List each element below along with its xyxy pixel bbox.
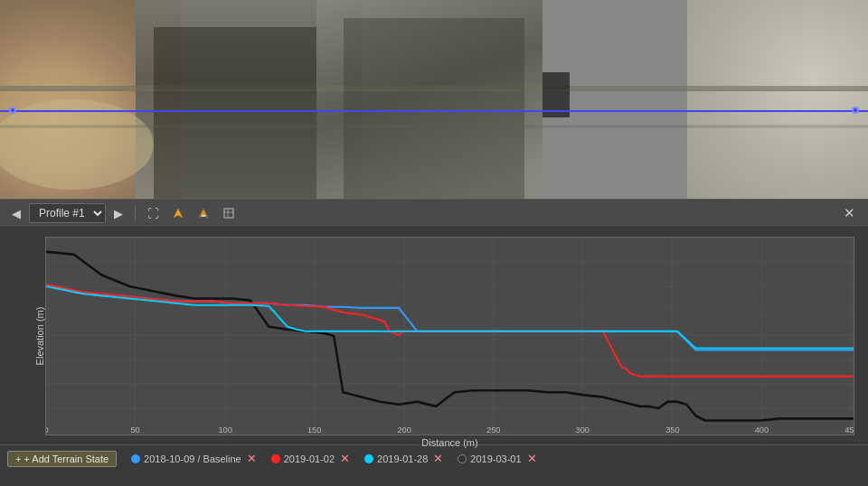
legend-dot-2019-03-01 <box>458 454 467 463</box>
svg-marker-6 <box>174 209 183 218</box>
legend-remove-2019-03-01[interactable]: ✕ <box>527 452 537 465</box>
expand-button[interactable]: ⛶ <box>143 204 164 223</box>
y-axis-title: Elevation (m) <box>34 307 45 366</box>
toolbar: ◀ Profile #1 Profile #2 Profile #3 ▶ ⛶ ✕ <box>0 199 868 228</box>
export1-button[interactable] <box>193 204 214 222</box>
terrain-right <box>687 0 868 199</box>
legend-item-2019-01-28: 2019-01-28 ✕ <box>364 452 443 465</box>
svg-text:50: 50 <box>130 425 139 435</box>
legend-dot-2019-01-28 <box>364 454 373 463</box>
chart-line-2019-01-02 <box>46 285 854 377</box>
legend-label-2019-01-28: 2019-01-28 <box>377 453 428 464</box>
legend-label-2019-03-01: 2019-03-01 <box>470 453 521 464</box>
chart-svg: 0 50 100 150 200 250 300 350 400 450 <box>46 238 854 435</box>
legend-item-2019-01-02: 2019-01-02 ✕ <box>271 452 350 465</box>
chart-inner: 0 50 100 150 200 250 300 350 400 450 <box>45 237 854 435</box>
profile-endpoint-right <box>852 107 859 114</box>
terrain-center <box>316 0 542 199</box>
export2-icon <box>222 207 235 220</box>
fly-button[interactable] <box>167 204 189 222</box>
export1-icon <box>197 207 210 220</box>
road-horizontal <box>0 86 868 91</box>
plus-icon: + <box>15 453 21 464</box>
chart-line-2019-03-01 <box>46 252 854 421</box>
svg-text:250: 250 <box>486 425 500 435</box>
svg-text:100: 100 <box>218 425 231 435</box>
legend-item-2019-03-01: 2019-03-01 ✕ <box>458 452 536 465</box>
legend-label-2019-01-02: 2019-01-02 <box>284 453 335 464</box>
x-axis-title: Distance (m) <box>45 437 854 448</box>
svg-text:300: 300 <box>576 425 590 435</box>
legend-remove-baseline[interactable]: ✕ <box>247 452 257 465</box>
legend-item-baseline: 2018-10-09 / Baseline ✕ <box>131 452 257 465</box>
legend-remove-2019-01-02[interactable]: ✕ <box>340 452 350 465</box>
toolbar-separator-1 <box>135 205 136 221</box>
svg-text:350: 350 <box>665 425 679 435</box>
aerial-view <box>0 0 868 199</box>
close-button[interactable]: ✕ <box>838 202 861 224</box>
svg-rect-9 <box>224 209 233 218</box>
profile-dropdown[interactable]: Profile #1 Profile #2 Profile #3 <box>29 203 106 223</box>
svg-text:150: 150 <box>307 425 321 435</box>
legend-dot-2019-01-02 <box>271 454 280 463</box>
legend-label-baseline: 2018-10-09 / Baseline <box>144 453 241 464</box>
svg-text:200: 200 <box>397 425 410 435</box>
chart-container: Elevation (m) 680 670 660 650 640 630 62… <box>0 228 868 444</box>
profile-line <box>0 110 868 112</box>
svg-text:0: 0 <box>46 425 49 435</box>
profile-endpoint-left <box>9 107 16 114</box>
legend-remove-2019-01-28[interactable]: ✕ <box>433 452 443 465</box>
add-terrain-button[interactable]: + + Add Terrain State <box>7 451 117 467</box>
svg-text:400: 400 <box>755 425 769 435</box>
export2-button[interactable] <box>218 204 240 222</box>
add-terrain-label: + Add Terrain State <box>24 453 108 464</box>
legend-dot-baseline <box>131 454 140 463</box>
prev-profile-button[interactable]: ◀ <box>7 204 25 223</box>
chart-line-2019-01-28 <box>46 286 854 349</box>
next-profile-button[interactable]: ▶ <box>109 204 127 223</box>
svg-text:450: 450 <box>844 425 854 435</box>
fly-icon <box>172 207 184 220</box>
legend-bar: + + Add Terrain State 2018-10-09 / Basel… <box>0 444 868 472</box>
